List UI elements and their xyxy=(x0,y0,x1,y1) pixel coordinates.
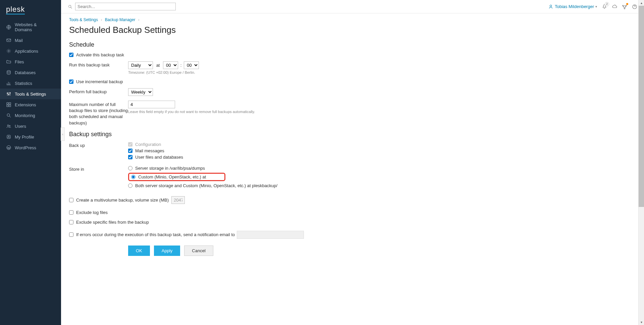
run-task-label: Run this backup task xyxy=(69,61,128,67)
nav-statistics[interactable]: Statistics xyxy=(0,78,61,89)
content: Tools & Settings › Backup Manager › Sche… xyxy=(61,13,644,325)
activate-checkbox[interactable] xyxy=(69,53,73,57)
notify-checkbox[interactable] xyxy=(69,232,73,237)
configuration-checkbox xyxy=(128,142,132,147)
svg-point-13 xyxy=(9,125,10,126)
exclude-specific-checkbox[interactable] xyxy=(69,220,73,224)
badge-icon xyxy=(6,134,11,140)
max-files-input[interactable] xyxy=(128,101,175,108)
cancel-button[interactable]: Cancel xyxy=(184,246,213,256)
nav-users[interactable]: Users xyxy=(0,121,61,131)
store-in-row: Store in Server storage in /var/lib/psa/… xyxy=(69,166,636,190)
nav-label: WordPress xyxy=(15,145,36,150)
colon-label: : xyxy=(180,63,182,68)
sliders-icon xyxy=(6,91,11,97)
store-in-label: Store in xyxy=(69,166,128,172)
store-custom-radio[interactable] xyxy=(131,175,136,179)
store-both-radio[interactable] xyxy=(128,183,132,188)
nav-files[interactable]: Files xyxy=(0,56,61,67)
svg-point-17 xyxy=(69,5,71,7)
nav-databases[interactable]: Databases xyxy=(0,67,61,78)
svg-point-19 xyxy=(624,6,626,8)
nav-websites-domains[interactable]: Websites & Domains xyxy=(0,19,61,35)
full-backup-label: Perform full backup xyxy=(69,88,128,94)
store-custom-highlight: Custom (Minio, OpenStack, etc.) at xyxy=(128,173,225,181)
full-backup-select[interactable]: Weekly xyxy=(128,88,153,96)
breadcrumb-backup-mgr[interactable]: Backup Manager xyxy=(105,17,136,22)
backup-content-row: Back up Configuration Mail messages User… xyxy=(69,142,636,161)
database-icon xyxy=(6,70,11,75)
svg-point-5 xyxy=(8,94,9,95)
exclude-specific-row: Exclude specific files from the backup xyxy=(69,220,636,225)
vertical-scrollbar[interactable]: ▴ ▾ xyxy=(638,0,644,325)
apply-button[interactable]: Apply xyxy=(154,246,180,256)
grid-icon xyxy=(6,102,11,107)
page-title: Scheduled Backup Settings xyxy=(69,25,636,35)
gear-icon xyxy=(6,48,11,54)
svg-point-4 xyxy=(7,93,8,94)
ok-button[interactable]: OK xyxy=(128,246,150,256)
chevron-right-icon: › xyxy=(138,17,140,22)
multivolume-size-input xyxy=(171,196,185,204)
search-input[interactable] xyxy=(75,3,176,10)
userfiles-checkbox[interactable] xyxy=(128,155,132,159)
brand-logo: plesk xyxy=(0,0,61,19)
svg-point-11 xyxy=(7,114,10,116)
user-icon xyxy=(548,4,553,9)
notify-email-input xyxy=(237,231,304,239)
folder-icon xyxy=(6,59,11,64)
svg-point-18 xyxy=(550,5,551,6)
nav-label: My Profile xyxy=(15,134,34,140)
configuration-label: Configuration xyxy=(135,142,161,147)
incremental-row: Use incremental backup xyxy=(69,79,636,84)
incremental-checkbox[interactable] xyxy=(69,79,73,84)
bell-badge: 2 xyxy=(605,2,609,6)
backup-content-label: Back up xyxy=(69,142,128,148)
help-icon[interactable] xyxy=(632,4,637,9)
incremental-label: Use incremental backup xyxy=(76,79,123,84)
nav-my-profile[interactable]: My Profile xyxy=(0,131,61,142)
nav-wordpress[interactable]: WordPress xyxy=(0,142,61,153)
svg-rect-9 xyxy=(7,105,8,107)
exclude-specific-label: Exclude specific files from the backup xyxy=(76,220,149,225)
nav-label: Extensions xyxy=(15,102,36,107)
topbar-right: Tobias Mildenberger ▾ 2 xyxy=(548,4,637,9)
breadcrumb-tools[interactable]: Tools & Settings xyxy=(69,17,98,22)
sidebar-collapse-toggle[interactable]: ‹ xyxy=(61,127,65,141)
bell-icon[interactable]: 2 xyxy=(602,4,607,9)
activate-label: Activate this backup task xyxy=(76,52,124,57)
svg-point-6 xyxy=(10,93,10,93)
exclude-log-row: Exclude log files xyxy=(69,210,636,215)
store-both-label: Both server storage and Custom (Minio, O… xyxy=(135,183,277,188)
nav-extensions[interactable]: Extensions xyxy=(0,99,61,110)
mail-checkbox[interactable] xyxy=(128,149,132,153)
cloud-icon[interactable] xyxy=(612,4,617,9)
button-row: OK Apply Cancel xyxy=(128,246,636,256)
nav-monitoring[interactable]: Monitoring xyxy=(0,110,61,121)
notification-dot xyxy=(626,3,628,5)
nav-tools-settings[interactable]: Tools & Settings xyxy=(0,89,61,99)
nav-applications[interactable]: Applications xyxy=(0,46,61,56)
scroll-thumb[interactable] xyxy=(639,6,644,207)
main: Tobias Mildenberger ▾ 2 ‹ xyxy=(61,0,644,325)
store-server-radio[interactable] xyxy=(128,166,132,170)
nav-label: Statistics xyxy=(15,81,32,86)
store-server-label: Server storage in /var/lib/psa/dumps xyxy=(135,166,205,171)
frequency-select[interactable]: Daily xyxy=(128,61,153,69)
user-menu[interactable]: Tobias Mildenberger ▾ xyxy=(548,4,597,9)
nav-label: Mail xyxy=(15,38,23,43)
multivolume-label: Create a multivolume backup, volume size… xyxy=(76,198,169,203)
hour-select[interactable]: 00 xyxy=(163,61,178,69)
run-task-row: Run this backup task Daily at 00 : 00 Ti… xyxy=(69,61,636,74)
store-custom-label: Custom (Minio, OpenStack, etc.) at xyxy=(138,174,206,179)
nav-mail[interactable]: Mail xyxy=(0,35,61,46)
multivolume-checkbox[interactable] xyxy=(69,198,73,202)
section-backup: Backup settings xyxy=(69,131,636,138)
extension-icon[interactable] xyxy=(622,4,627,9)
svg-rect-8 xyxy=(9,103,11,104)
exclude-log-checkbox[interactable] xyxy=(69,210,73,215)
minute-select[interactable]: 00 xyxy=(184,61,199,69)
scroll-up-arrow[interactable]: ▴ xyxy=(639,0,644,6)
scroll-down-arrow[interactable]: ▾ xyxy=(639,319,644,325)
nav-label: Monitoring xyxy=(15,113,35,118)
